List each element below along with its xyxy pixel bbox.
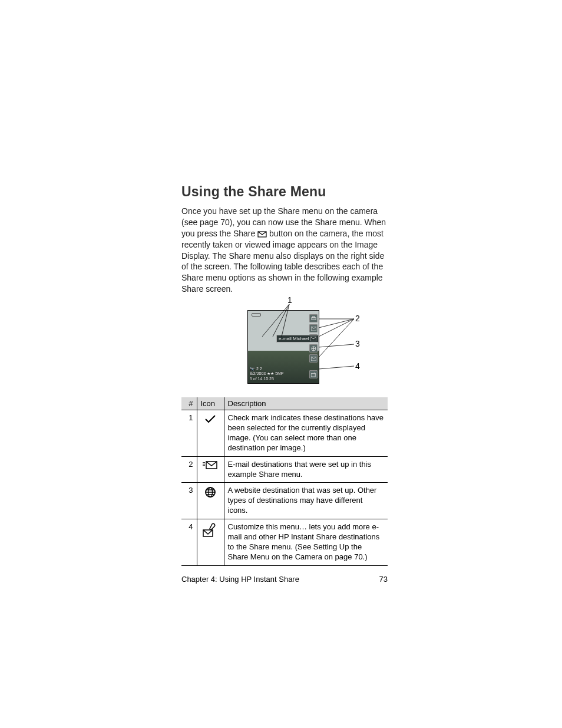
svg-line-13 xyxy=(319,319,354,328)
email-icon xyxy=(197,456,224,483)
svg-line-16 xyxy=(319,344,354,347)
printer-icon xyxy=(309,314,318,322)
svg-line-17 xyxy=(319,366,354,369)
section-heading: Using the Share Menu xyxy=(181,184,388,200)
th-num: # xyxy=(181,397,197,410)
globe-icon xyxy=(197,483,224,519)
page-content: Using the Share Menu Once you have set u… xyxy=(181,184,388,566)
caption-area: 📷 2 2 8/2/2003 ★★ 5MP 5 of 14 10:25 xyxy=(250,367,284,381)
chapter-label: Chapter 4: Using HP Instant Share xyxy=(181,575,299,584)
callout-2: 2 xyxy=(355,314,360,323)
th-icon: Icon xyxy=(197,397,224,410)
email-label: e-mail Michael xyxy=(276,335,319,342)
intro-paragraph: Once you have set up the Share menu on t… xyxy=(181,206,388,295)
th-desc: Description xyxy=(224,397,388,410)
camera-screen: e-mail Michael 📷 2 2 8/2/2003 ★★ 5MP 5 o… xyxy=(247,310,319,384)
mail-small-icon xyxy=(310,337,316,341)
share-envelope-icon xyxy=(257,231,267,238)
mail-icon-3 xyxy=(309,354,318,363)
table-row: 4 Customize this menu… lets you add more… xyxy=(181,519,388,566)
page-footer: Chapter 4: Using HP Instant Share 73 xyxy=(181,575,388,584)
callout-3: 3 xyxy=(355,339,360,348)
share-side-icons xyxy=(309,314,318,378)
svg-line-14 xyxy=(319,319,354,337)
customize-menu-icon xyxy=(197,519,224,566)
table-row: 1 Check mark indicates these destination… xyxy=(181,410,388,457)
mail-icon xyxy=(309,324,318,332)
table-row: 2 E-mail destinations that were set up i… xyxy=(181,456,388,483)
callout-1: 1 xyxy=(287,295,292,305)
check-icon xyxy=(197,410,224,457)
page-number: 73 xyxy=(379,575,388,584)
svg-line-15 xyxy=(319,319,354,357)
icon-description-table: # Icon Description 1 Check mark indicate… xyxy=(181,397,388,566)
customize-icon xyxy=(309,370,318,378)
globe-icon xyxy=(309,344,318,353)
svg-rect-7 xyxy=(311,373,315,376)
folder-icon xyxy=(252,313,261,317)
table-row: 3 A website destination that was set up.… xyxy=(181,483,388,519)
share-screen-figure: e-mail Michael 📷 2 2 8/2/2003 ★★ 5MP 5 o… xyxy=(181,298,388,387)
callout-4: 4 xyxy=(355,361,360,371)
